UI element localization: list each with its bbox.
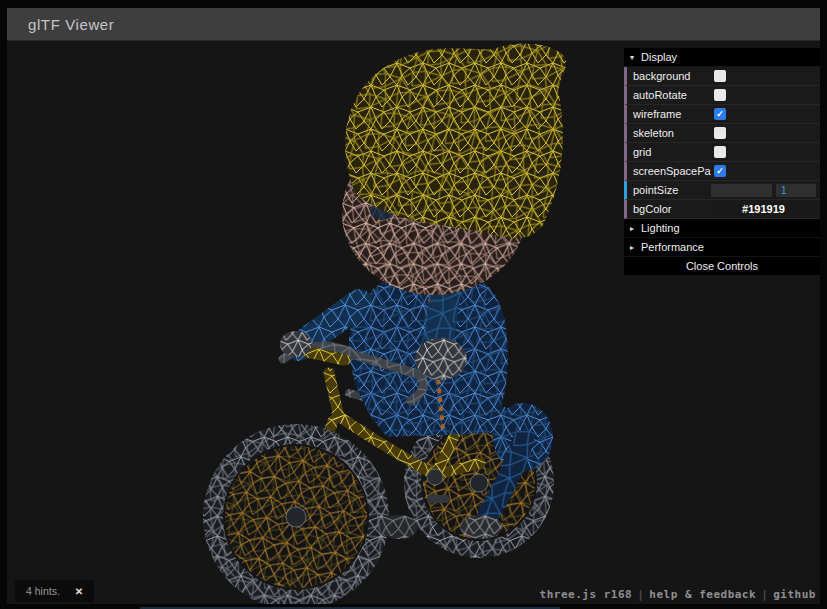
folder-performance[interactable]: ▸ Performance xyxy=(624,238,820,257)
pointsize-input[interactable]: 1 xyxy=(776,184,816,197)
control-row-grid: grid xyxy=(624,143,820,162)
caret-right-icon: ▸ xyxy=(630,224,641,233)
control-row-wireframe: wireframe ✓ xyxy=(624,105,820,124)
app-window: glTF Viewer xyxy=(7,8,820,604)
page-title: glTF Viewer xyxy=(28,16,114,33)
checkbox-skeleton[interactable] xyxy=(714,127,726,139)
checkbox-screenspacepan[interactable]: ✓ xyxy=(714,165,726,177)
control-row-background: background xyxy=(624,67,820,86)
hints-label: 4 hints. xyxy=(26,585,60,597)
footer-credits: three.js r168|help & feedback|github xyxy=(540,588,816,601)
control-label-bgcolor: bgColor xyxy=(633,203,711,215)
pointsize-slider[interactable] xyxy=(711,184,772,197)
control-row-pointsize: pointSize 1 xyxy=(624,181,820,200)
folder-display[interactable]: ▾ Display xyxy=(624,48,820,67)
control-label-skeleton: skeleton xyxy=(633,127,711,139)
checkbox-autorotate[interactable] xyxy=(714,89,726,101)
control-label-grid: grid xyxy=(633,146,711,158)
checkbox-background[interactable] xyxy=(714,70,726,82)
front-wheel xyxy=(203,424,389,604)
control-label-background: background xyxy=(633,70,711,82)
close-controls-button[interactable]: Close Controls xyxy=(624,257,820,276)
folder-lighting-label: Lighting xyxy=(641,222,680,234)
controls-panel: ▾ Display background autoRotate wirefram… xyxy=(624,48,820,276)
app-header: glTF Viewer xyxy=(7,8,820,41)
control-label-wireframe: wireframe xyxy=(633,108,711,120)
control-row-autorotate: autoRotate xyxy=(624,86,820,105)
github-link[interactable]: github xyxy=(773,588,816,601)
caret-right-icon: ▸ xyxy=(630,243,641,252)
folder-performance-label: Performance xyxy=(641,241,704,253)
control-row-skeleton: skeleton xyxy=(624,124,820,143)
control-label-pointsize: pointSize xyxy=(633,184,711,196)
caret-down-icon: ▾ xyxy=(630,53,641,62)
separator: | xyxy=(761,588,768,601)
folder-lighting[interactable]: ▸ Lighting xyxy=(624,219,820,238)
checkbox-grid[interactable] xyxy=(714,146,726,158)
checkbox-wireframe[interactable]: ✓ xyxy=(714,108,726,120)
hints-toast: 4 hints. ✕ xyxy=(15,580,94,602)
control-label-screenspacepan: screenSpacePan... xyxy=(633,165,711,177)
help-feedback-link[interactable]: help & feedback xyxy=(649,588,756,601)
control-label-autorotate: autoRotate xyxy=(633,89,711,101)
control-row-screenspacepan: screenSpacePan... ✓ xyxy=(624,162,820,181)
folder-display-label: Display xyxy=(641,51,677,63)
threejs-version: three.js r168 xyxy=(540,588,633,601)
control-row-bgcolor: bgColor #191919 xyxy=(624,200,820,219)
bgcolor-value[interactable]: #191919 xyxy=(711,203,816,216)
separator: | xyxy=(637,588,644,601)
left-shoe xyxy=(380,515,418,539)
close-icon[interactable]: ✕ xyxy=(75,586,83,597)
right-shoe xyxy=(460,515,502,539)
